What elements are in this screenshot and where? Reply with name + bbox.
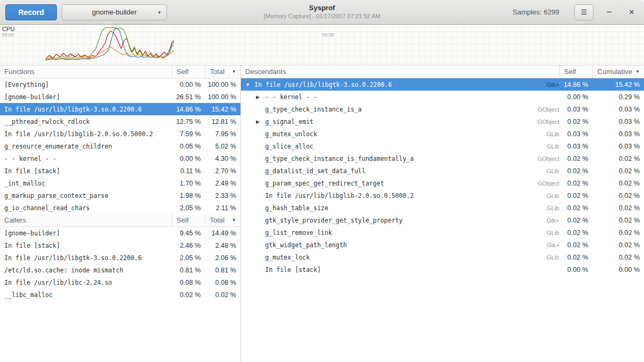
- function-row[interactable]: g_resource_enumerate_children 0.05 % 5.0…: [0, 140, 240, 152]
- minimize-button[interactable]: −: [602, 5, 616, 20]
- descendant-name: g_type_check_instance_is_a: [265, 106, 522, 113]
- descendant-row[interactable]: g_hash_table_size GLib 0.02 % 0.02 %: [241, 202, 644, 214]
- descendant-row[interactable]: g_slice_alloc GLib 0.03 % 0.03 %: [241, 140, 644, 152]
- total-percent: 5.02 %: [205, 143, 240, 150]
- caller-row[interactable]: In file [stack] 2.46 % 2.48 %: [0, 239, 240, 252]
- descendant-row[interactable]: ▶ g_signal_emit GObject 0.02 % 0.03 %: [241, 115, 644, 128]
- descendant-row[interactable]: g_mutex_unlock GLib 0.03 % 0.03 %: [241, 128, 644, 140]
- close-button[interactable]: ×: [625, 5, 639, 20]
- descendant-name: g_slice_alloc: [265, 143, 522, 150]
- library-tag: Gtk+: [522, 217, 559, 224]
- function-name: __pthread_rwlock_rdlock: [4, 118, 172, 125]
- cumulative-percent: 0.03 %: [592, 143, 644, 150]
- descendant-name: gtk_style_provider_get_style_property: [265, 217, 522, 224]
- function-row[interactable]: g_io_channel_read_chars 2.05 % 2.11 %: [0, 202, 240, 214]
- descendant-row[interactable]: In file [stack] 0.00 % 0.00 %: [241, 263, 644, 276]
- cumulative-column-header[interactable]: Cumulative ▼: [592, 65, 644, 78]
- descendant-row[interactable]: ▶ - - kernel - - 0.00 % 0.29 %: [241, 91, 644, 103]
- caller-name: In file /usr/lib/libgtk-3.so.0.2200.6: [4, 254, 172, 262]
- descendant-name: - - kernel - -: [265, 93, 522, 101]
- total-percent: 15.42 %: [205, 106, 240, 113]
- library-tag: Gtk+: [522, 242, 559, 248]
- total-percent: 14.49 %: [205, 230, 240, 237]
- callers-column-header[interactable]: Callers: [0, 214, 172, 226]
- function-row[interactable]: In file /usr/lib/libgtk-3.so.0.2200.6 14…: [0, 103, 240, 115]
- function-row[interactable]: __pthread_rwlock_rdlock 12.75 % 12.81 %: [0, 115, 240, 128]
- self-column-header[interactable]: Self: [172, 65, 205, 78]
- descendants-table-body: ▼ In file /usr/lib/libgtk-3.so.0.2200.6 …: [241, 78, 644, 276]
- caller-row[interactable]: __libc_malloc 0.02 % 0.02 %: [0, 289, 240, 301]
- header-bar: Record gnome-builder ▼ Sysprof [Memory C…: [0, 0, 644, 25]
- functions-table-header: Functions Self Total ▼: [0, 65, 240, 78]
- function-row[interactable]: [gnome-builder] 26.51 % 100.00 %: [0, 91, 240, 103]
- descendants-column-header[interactable]: Descendants: [241, 65, 559, 78]
- function-row[interactable]: [Everything] 0.00 % 100.00 %: [0, 78, 240, 91]
- callers-table-body: [gnome-builder] 9.45 % 14.49 % In file […: [0, 227, 240, 301]
- function-name: - - kernel - -: [4, 155, 172, 162]
- self-percent: 0.11 %: [172, 167, 205, 175]
- caller-row[interactable]: In file /usr/lib/libgtk-3.so.0.2200.6 2.…: [0, 252, 240, 264]
- descendant-row[interactable]: g_type_check_instance_is_a GObject 0.03 …: [241, 103, 644, 115]
- caller-name: [gnome-builder]: [4, 230, 172, 237]
- library-tag: GLib: [522, 205, 559, 211]
- descendant-row[interactable]: In file /usr/lib/libglib-2.0.so.0.5000.2…: [241, 189, 644, 202]
- cumulative-percent: 0.00 %: [592, 266, 644, 274]
- caller-name: /etc/ld.so.cache: inode mismatch: [4, 267, 172, 274]
- descendant-row[interactable]: ▼ In file /usr/lib/libgtk-3.so.0.2200.6 …: [241, 78, 644, 91]
- self-percent: 0.03 %: [559, 143, 592, 150]
- self-column-header[interactable]: Self: [172, 214, 205, 226]
- function-row[interactable]: g_markup_parse_context_parse 1.98 % 2.33…: [0, 189, 240, 202]
- caller-row[interactable]: /etc/ld.so.cache: inode mismatch 0.81 % …: [0, 264, 240, 276]
- expander-icon[interactable]: ▼: [245, 82, 254, 87]
- total-column-header[interactable]: Total ▼: [205, 214, 240, 226]
- library-tag: GObject: [522, 180, 559, 187]
- descendant-name: g_hash_table_size: [265, 204, 522, 212]
- function-row[interactable]: - - kernel - - 0.00 % 4.30 %: [0, 152, 240, 165]
- record-button[interactable]: Record: [5, 4, 57, 20]
- total-percent: 12.81 %: [205, 118, 240, 125]
- descendant-row[interactable]: g_type_check_instance_is_fundamentally_a…: [241, 152, 644, 165]
- function-row[interactable]: In file /usr/lib/libglib-2.0.so.0.5000.2…: [0, 128, 240, 140]
- caller-row[interactable]: In file /usr/lib/libc-2.24.so 0.08 % 0.0…: [0, 276, 240, 289]
- total-column-header[interactable]: Total ▼: [205, 65, 240, 78]
- caller-name: __libc_malloc: [4, 291, 172, 299]
- descendant-name: g_signal_emit: [265, 118, 522, 125]
- cpu-graph-area[interactable]: CPU 00:00 00:30: [0, 25, 644, 65]
- function-name: [Everything]: [4, 81, 172, 88]
- total-percent: 2.06 %: [205, 254, 240, 262]
- self-percent: 0.02 %: [559, 155, 592, 162]
- descendant-row[interactable]: g_datalist_id_set_data_full GLib 0.02 % …: [241, 165, 644, 177]
- caller-row[interactable]: [gnome-builder] 9.45 % 14.49 %: [0, 227, 240, 239]
- time-mid-label: 00:30: [322, 32, 334, 38]
- left-pane: Functions Self Total ▼ [Everything] 0.00…: [0, 65, 241, 362]
- expander-icon[interactable]: ▶: [256, 119, 265, 124]
- descendant-row[interactable]: g_mutex_lock GLib 0.02 % 0.02 %: [241, 251, 644, 263]
- descendant-row[interactable]: g_param_spec_get_redirect_target GObject…: [241, 177, 644, 189]
- function-row[interactable]: In file [stack] 0.11 % 2.70 %: [0, 165, 240, 177]
- function-name: [gnome-builder]: [4, 93, 172, 101]
- total-percent: 2.48 %: [205, 242, 240, 249]
- function-name: g_markup_parse_context_parse: [4, 192, 172, 200]
- descendant-name: g_datalist_id_set_data_full: [265, 167, 522, 175]
- self-column-header[interactable]: Self: [559, 65, 592, 78]
- descendant-row[interactable]: g_list_remove_link GLib 0.02 % 0.02 %: [241, 226, 644, 239]
- library-tag: GObject: [522, 156, 559, 162]
- expander-icon[interactable]: ▶: [256, 94, 265, 100]
- functions-column-header[interactable]: Functions: [0, 65, 172, 78]
- descendant-row[interactable]: gtk_style_provider_get_style_property Gt…: [241, 214, 644, 226]
- descendant-name: gtk_widget_path_length: [265, 241, 522, 249]
- function-name: g_resource_enumerate_children: [4, 143, 172, 150]
- cumulative-percent: 0.02 %: [592, 204, 644, 212]
- self-percent: 0.03 %: [559, 106, 592, 113]
- function-row[interactable]: _int_malloc 1.70 % 2.49 %: [0, 177, 240, 189]
- total-percent: 7.95 %: [205, 130, 240, 138]
- function-name: _int_malloc: [4, 180, 172, 187]
- self-percent: 12.75 %: [172, 118, 205, 125]
- descendant-row[interactable]: gtk_widget_path_length Gtk+ 0.02 % 0.02 …: [241, 239, 644, 251]
- profiler-target-dropdown[interactable]: gnome-builder ▼: [62, 4, 167, 20]
- profiler-target-label: gnome-builder: [92, 8, 136, 16]
- caller-name: In file /usr/lib/libc-2.24.so: [4, 279, 172, 286]
- menu-button[interactable]: ☰: [574, 4, 594, 20]
- header-right-group: Samples: 6299 ☰ − ×: [513, 4, 639, 20]
- library-tag: GObject: [522, 119, 559, 125]
